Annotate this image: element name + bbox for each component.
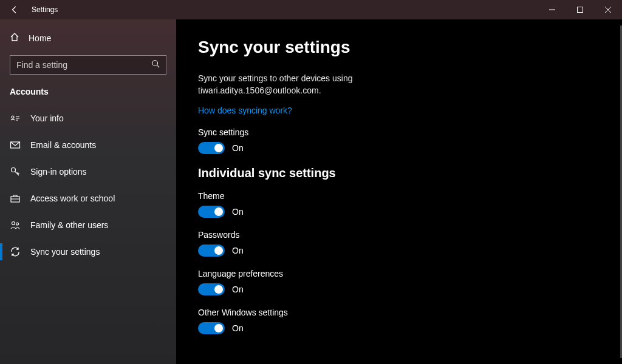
sidebar-item-label: Sign-in options [30, 167, 87, 177]
sidebar-item-label: Access work or school [30, 194, 115, 203]
sidebar-item-access-work-school[interactable]: Access work or school [0, 185, 176, 212]
sidebar-item-label: Family & other users [30, 220, 108, 230]
other-windows-state: On [232, 323, 244, 333]
sync-settings-setting: Sync settings On [198, 127, 600, 154]
home-nav[interactable]: Home [0, 27, 176, 49]
search-icon [151, 59, 160, 70]
other-windows-setting: Other Windows settings On [198, 308, 600, 334]
svg-point-7 [16, 223, 19, 225]
sidebar-item-signin-options[interactable]: Sign-in options [0, 158, 176, 185]
sidebar-section-title: Accounts [0, 83, 176, 105]
language-pref-state: On [232, 285, 244, 294]
people-icon [10, 220, 21, 231]
close-button[interactable] [594, 0, 622, 19]
svg-point-6 [12, 222, 15, 225]
theme-setting: Theme On [198, 191, 600, 218]
svg-rect-0 [578, 7, 583, 13]
mail-icon [10, 140, 21, 150]
sync-settings-toggle[interactable] [198, 142, 225, 154]
sidebar-item-family-users[interactable]: Family & other users [0, 212, 176, 238]
briefcase-icon [10, 193, 21, 204]
sync-icon [10, 246, 21, 257]
window-title: Settings [32, 5, 58, 14]
titlebar: Settings [0, 0, 622, 19]
close-icon [605, 7, 611, 13]
sidebar: Home Accounts Your info Email [0, 19, 176, 364]
passwords-setting: Passwords On [198, 230, 600, 257]
sidebar-item-label: Email & accounts [30, 140, 96, 150]
passwords-toggle[interactable] [198, 244, 225, 257]
sidebar-item-email-accounts[interactable]: Email & accounts [0, 132, 176, 158]
page-title: Sync your settings [198, 38, 600, 57]
person-card-icon [10, 113, 21, 124]
back-button[interactable] [10, 5, 19, 15]
key-icon [10, 166, 21, 177]
individual-sync-heading: Individual sync settings [198, 166, 600, 180]
passwords-label: Passwords [198, 230, 600, 240]
search-input[interactable] [16, 60, 151, 70]
theme-label: Theme [198, 191, 600, 201]
language-pref-toggle[interactable] [198, 283, 225, 295]
passwords-state: On [232, 246, 244, 255]
language-pref-label: Language preferences [198, 269, 600, 278]
arrow-left-icon [10, 5, 19, 14]
search-box[interactable] [10, 55, 166, 75]
sync-settings-label: Sync settings [198, 127, 600, 137]
sidebar-item-your-info[interactable]: Your info [0, 105, 176, 132]
main-content: Sync your settings Sync your settings to… [176, 19, 622, 364]
minimize-icon [549, 7, 555, 13]
svg-point-1 [152, 61, 158, 66]
sync-description: Sync your settings to other devices usin… [198, 73, 441, 96]
svg-point-4 [12, 168, 16, 172]
sidebar-item-label: Sync your settings [30, 247, 100, 257]
language-pref-setting: Language preferences On [198, 269, 600, 295]
how-syncing-works-link[interactable]: How does syncing work? [198, 106, 292, 115]
home-label: Home [29, 33, 51, 43]
svg-point-2 [12, 116, 14, 118]
sidebar-item-sync-settings[interactable]: Sync your settings [0, 238, 176, 265]
home-icon [10, 32, 19, 44]
theme-state: On [232, 207, 244, 217]
sync-settings-state: On [232, 143, 244, 153]
theme-toggle[interactable] [198, 206, 225, 218]
window-controls [538, 0, 622, 19]
maximize-button[interactable] [566, 0, 594, 19]
other-windows-toggle[interactable] [198, 322, 225, 334]
other-windows-label: Other Windows settings [198, 308, 600, 317]
sidebar-item-label: Your info [30, 113, 64, 123]
sidebar-nav: Your info Email & accounts Sign-in optio… [0, 105, 176, 265]
maximize-icon [577, 7, 583, 13]
minimize-button[interactable] [538, 0, 566, 19]
